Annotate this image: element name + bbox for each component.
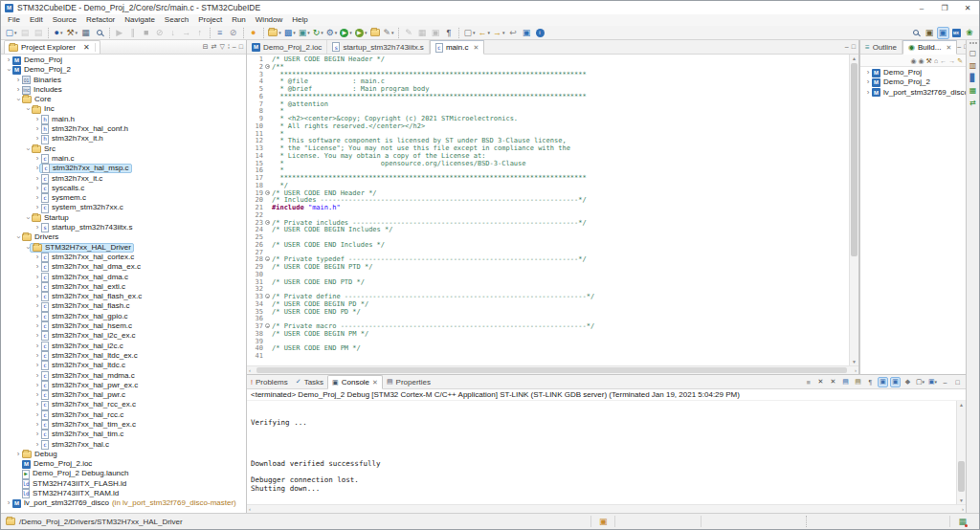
perspective-cpp-button[interactable]: ▣ <box>937 27 949 39</box>
expander-icon[interactable]: › <box>4 66 13 74</box>
console-scroll-left-icon[interactable]: ‹ <box>247 505 253 513</box>
step-into-button[interactable]: ↓ <box>167 27 179 39</box>
remove-all-terminated-icon[interactable]: ✕ <box>828 377 838 387</box>
editor-tab-startup-stm32h743iitx-s[interactable]: sstartup_stm32h743iitx.s <box>327 40 430 54</box>
tree-item-stm32h7xx-hal-pwr-c[interactable]: ›cstm32h7xx_hal_pwr.c <box>1 390 246 400</box>
collapse-circle-icon[interactable] <box>265 256 270 261</box>
home-icon[interactable]: ⌂ <box>934 56 938 65</box>
tab-tasks[interactable]: ✓Tasks <box>292 375 327 388</box>
tree-item-stm32h7xx-hal-i2c-ex-c[interactable]: ›cstm32h7xx_hal_i2c_ex.c <box>1 331 246 341</box>
right-panel-minimize-icon[interactable]: – <box>957 42 961 52</box>
tree-item-stm32h7xx-hal-mdma-c[interactable]: ›cstm32h7xx_hal_mdma.c <box>1 371 246 381</box>
tree-item-stm32h7xx-it-c[interactable]: ›cstm32h7xx_it.c <box>1 174 246 184</box>
tree-item-stm32h7xx-hal-flash-ex-c[interactable]: ›cstm32h7xx_hal_flash_ex.c <box>1 292 246 301</box>
expander-icon[interactable]: › <box>33 154 41 164</box>
tree-item-stm32h7xx-hal-exti-c[interactable]: ›cstm32h7xx_hal_exti.c <box>1 282 246 292</box>
tab-problems[interactable]: !Problems <box>247 375 292 388</box>
tree-item-stm32h7xx-hal-c[interactable]: ›cstm32h7xx_hal.c <box>1 440 246 450</box>
tree-item-demo-proj-2[interactable]: ›MDemo_Proj_2 <box>1 65 246 75</box>
tree-item-stm32h7xx-it-h[interactable]: ›hstm32h7xx_it.h <box>1 134 246 144</box>
restore-window-button[interactable]: ❐ <box>933 1 956 14</box>
forward-button[interactable]: → <box>492 27 506 39</box>
scroll-lock-icon[interactable]: ▤ <box>853 377 863 387</box>
console-scroll-right-icon[interactable]: › <box>960 505 966 513</box>
expander-icon[interactable]: › <box>33 400 41 409</box>
tree-item-stm32h7xx-hal-ltdc-c[interactable]: ›cstm32h7xx_hal_ltdc.c <box>1 361 246 370</box>
build-target-item-demo-proj[interactable]: ›MDemo_Proj <box>860 68 966 77</box>
rebuild-target-icon[interactable]: ◉ <box>919 56 924 65</box>
console-scroll-up-icon[interactable]: ▲ <box>957 402 966 408</box>
tree-item-system-stm32h7xx-c[interactable]: ›csystem_stm32h7xx.c <box>1 203 246 212</box>
flash-programmer-button[interactable]: ● <box>247 27 259 39</box>
menu-file[interactable]: File <box>3 14 25 26</box>
tab-build-[interactable]: ◉Build...✕ <box>902 40 957 55</box>
tree-item-startup[interactable]: ›Startup <box>1 213 246 223</box>
expander-icon[interactable]: › <box>14 450 22 459</box>
info-button[interactable]: i <box>534 27 546 39</box>
tab-project-explorer[interactable]: Project Explorer ✕ <box>4 40 100 54</box>
expander-icon[interactable]: › <box>5 498 12 508</box>
fold-marker-icon[interactable] <box>263 220 272 228</box>
expander-icon[interactable]: › <box>33 292 41 301</box>
build-target-icon[interactable]: ◉ <box>910 56 916 65</box>
expander-icon[interactable]: › <box>14 85 22 95</box>
fold-marker-icon[interactable] <box>263 190 272 198</box>
collapse-all-icon[interactable]: ⊟ <box>203 42 209 52</box>
tree-item-stm32h7xx-hal-rcc-c[interactable]: ›cstm32h7xx_hal_rcc.c <box>1 410 246 420</box>
edit-mode-button[interactable]: ✎ <box>402 27 414 39</box>
restore-view-icon[interactable]: ▢ <box>969 49 977 57</box>
generate-code-button[interactable]: ▣ <box>298 27 311 39</box>
clear-console-icon[interactable]: ▤ <box>840 377 851 387</box>
link-with-editor-icon[interactable]: ⇄ <box>212 42 217 52</box>
expander-icon[interactable]: › <box>33 301 41 311</box>
import-button[interactable] <box>368 27 381 39</box>
tree-item-stm32h7xx-hal-ltdc-ex-c[interactable]: ›cstm32h7xx_hal_ltdc_ex.c <box>1 351 246 361</box>
tree-item-demo-proj-2-ioc[interactable]: MDemo_Proj_2.ioc <box>1 459 246 469</box>
editor-vertical-scrollbar[interactable]: ▲ ▼ <box>849 55 858 365</box>
tree-item-stm32h7xx-hal-rcc-ex-c[interactable]: ›cstm32h7xx_hal_rcc_ex.c <box>1 400 246 409</box>
menu-help[interactable]: Help <box>287 14 312 26</box>
menu-search[interactable]: Search <box>160 14 193 26</box>
tree-item-binaries[interactable]: ›01Binaries <box>1 76 246 85</box>
tree-item-stm32h7xx-hal-hsem-c[interactable]: ›cstm32h7xx_hal_hsem.c <box>1 321 246 331</box>
info-block-button[interactable]: ▣ <box>429 27 441 39</box>
new-c-project-button[interactable] <box>267 27 282 39</box>
last-edit-button[interactable]: ↩ <box>507 27 520 39</box>
tab-properties[interactable]: ▤Properties <box>383 375 434 388</box>
expander-icon[interactable]: › <box>14 76 22 85</box>
error-log-icon[interactable]: ▦ <box>958 517 967 526</box>
expander-icon[interactable]: › <box>33 174 41 184</box>
fold-marker-icon[interactable] <box>263 64 272 72</box>
back-nav-icon[interactable]: ← <box>940 56 947 65</box>
editor-maximize-icon[interactable]: □ <box>852 42 856 52</box>
code-editor[interactable]: 1/* USER CODE BEGIN Header */2/**3 *****… <box>247 55 849 365</box>
tree-item-stm32h7xx-hal-tim-ex-c[interactable]: ›cstm32h7xx_hal_tim_ex.c <box>1 420 246 430</box>
build-hammer-icon[interactable]: ⚒ <box>926 56 932 65</box>
sfrs-icon[interactable]: ▦ <box>969 86 977 95</box>
expander-icon[interactable]: › <box>864 88 872 98</box>
tree-item-inc[interactable]: ›Inc <box>1 104 246 114</box>
expander-icon[interactable]: › <box>33 381 41 390</box>
collapse-circle-icon[interactable] <box>265 323 270 328</box>
tree-item-stm32h7xx-hal-pwr-ex-c[interactable]: ›cstm32h7xx_hal_pwr_ex.c <box>1 381 246 390</box>
tree-item-stm32h7xx-hal-conf-h[interactable]: ›hstm32h7xx_hal_conf.h <box>1 124 246 134</box>
scroll-right-icon[interactable]: › <box>853 366 858 374</box>
suspend-button[interactable]: ∥ <box>126 27 139 39</box>
new-stm32-project-button[interactable]: ▩ <box>283 27 297 39</box>
quick-access-search-button[interactable] <box>910 27 923 39</box>
tree-item-sysmem-c[interactable]: ›csysmem.c <box>1 193 246 203</box>
tree-item-stm32h7xx-hal-flash-c[interactable]: ›cstm32h7xx_hal_flash.c <box>1 301 246 311</box>
expander-icon[interactable]: › <box>33 134 41 144</box>
tree-item-stm32h7xx-hal-cortex-c[interactable]: ›cstm32h7xx_hal_cortex.c <box>1 253 246 262</box>
fold-marker-icon[interactable] <box>263 256 272 264</box>
refresh-button[interactable]: ↻ <box>312 27 324 39</box>
tree-item-src[interactable]: ›Src <box>1 144 246 154</box>
scroll-down-icon[interactable]: ▼ <box>850 359 858 364</box>
minimize-console-icon[interactable]: – <box>940 377 950 387</box>
background-jobs-icon[interactable]: ▣ <box>599 517 608 526</box>
expander-icon[interactable]: › <box>33 361 41 370</box>
debug-button[interactable]: ▶ <box>354 27 368 39</box>
editor-hscroll-thumb[interactable] <box>256 367 847 373</box>
open-console-icon[interactable]: ▣ <box>927 377 938 387</box>
editor-scroll-thumb[interactable] <box>851 63 858 256</box>
